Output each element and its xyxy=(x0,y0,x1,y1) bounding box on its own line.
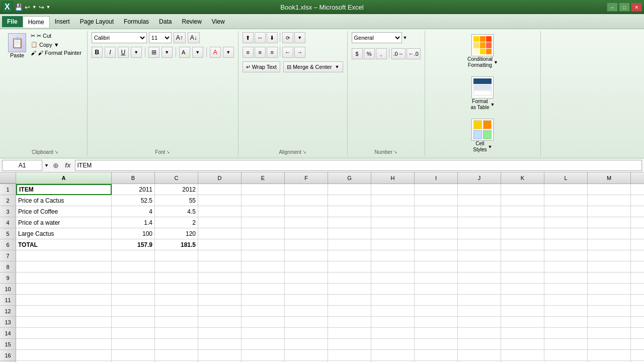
cell-n10[interactable] xyxy=(631,284,644,295)
increase-decimal-button[interactable]: .0→ xyxy=(391,48,406,59)
col-header-l[interactable]: L xyxy=(544,172,588,184)
cell-i5[interactable] xyxy=(415,228,458,239)
cell-m8[interactable] xyxy=(588,261,631,273)
cell-ref-dropdown[interactable]: ▼ xyxy=(44,163,49,168)
cell-k14[interactable] xyxy=(501,328,544,339)
cell-i9[interactable] xyxy=(415,273,458,284)
cell-b4[interactable]: 1.4 xyxy=(112,217,155,228)
cell-a16[interactable] xyxy=(16,350,112,361)
cell-styles-button[interactable]: CellStyles ▼ xyxy=(465,117,500,155)
cell-c15[interactable] xyxy=(155,339,198,350)
number-format-dropdown[interactable]: ▼ xyxy=(403,35,408,40)
cs-dropdown[interactable]: ▼ xyxy=(488,144,493,149)
cell-m14[interactable] xyxy=(588,328,631,339)
cell-a8[interactable] xyxy=(16,261,112,273)
cell-i4[interactable] xyxy=(415,217,458,228)
col-header-c[interactable]: C xyxy=(155,172,198,184)
cell-j11[interactable] xyxy=(458,295,501,306)
cell-i13[interactable] xyxy=(415,317,458,328)
cell-a1[interactable]: ITEM xyxy=(16,184,112,195)
cell-e11[interactable] xyxy=(242,295,285,306)
cell-b14[interactable] xyxy=(112,328,155,339)
cell-d7[interactable] xyxy=(198,250,242,261)
cell-i16[interactable] xyxy=(415,350,458,361)
cell-m16[interactable] xyxy=(588,350,631,361)
cell-i10[interactable] xyxy=(415,284,458,295)
col-header-b[interactable]: B xyxy=(112,172,155,184)
cell-c5[interactable]: 120 xyxy=(155,228,198,239)
cell-j15[interactable] xyxy=(458,339,501,350)
cell-m12[interactable] xyxy=(588,306,631,317)
cell-g13[interactable] xyxy=(328,317,371,328)
cell-j8[interactable] xyxy=(458,261,501,273)
cell-m13[interactable] xyxy=(588,317,631,328)
cell-n6[interactable] xyxy=(631,239,644,250)
cell-k12[interactable] xyxy=(501,306,544,317)
merge-center-button[interactable]: ⊟ Merge & Center ▼ xyxy=(283,61,343,72)
cell-f13[interactable] xyxy=(285,317,328,328)
cell-n7[interactable] xyxy=(631,250,644,261)
cell-l10[interactable] xyxy=(544,284,588,295)
cell-h3[interactable] xyxy=(371,206,415,217)
cell-j6[interactable] xyxy=(458,239,501,250)
cell-b7[interactable] xyxy=(112,250,155,261)
cell-l8[interactable] xyxy=(544,261,588,273)
orient-button[interactable]: ⟳ xyxy=(282,32,293,43)
cell-a10[interactable] xyxy=(16,284,112,295)
font-color-dropdown[interactable]: ▼ xyxy=(223,47,234,58)
cell-g6[interactable] xyxy=(328,239,371,250)
row-num-4[interactable]: 4 xyxy=(0,217,16,228)
cell-k8[interactable] xyxy=(501,261,544,273)
italic-button[interactable]: I xyxy=(105,47,116,58)
cell-e5[interactable] xyxy=(242,228,285,239)
row-num-13[interactable]: 13 xyxy=(0,317,16,328)
cell-c12[interactable] xyxy=(155,306,198,317)
clipboard-expand-icon[interactable]: ↘ xyxy=(54,149,58,154)
cell-m5[interactable] xyxy=(588,228,631,239)
cell-n4[interactable] xyxy=(631,217,644,228)
align-top-button[interactable]: ⬆ xyxy=(243,32,254,43)
row-num-7[interactable]: 7 xyxy=(0,250,16,261)
cell-i7[interactable] xyxy=(415,250,458,261)
cell-e7[interactable] xyxy=(242,250,285,261)
bold-button[interactable]: B xyxy=(92,47,103,58)
cell-m10[interactable] xyxy=(588,284,631,295)
cell-f11[interactable] xyxy=(285,295,328,306)
cell-a9[interactable] xyxy=(16,273,112,284)
cell-f6[interactable] xyxy=(285,239,328,250)
cell-h10[interactable] xyxy=(371,284,415,295)
col-header-a[interactable]: A xyxy=(16,172,112,184)
number-format-select[interactable]: General xyxy=(352,32,402,43)
cell-m9[interactable] xyxy=(588,273,631,284)
cell-a11[interactable] xyxy=(16,295,112,306)
cell-f12[interactable] xyxy=(285,306,328,317)
cell-h7[interactable] xyxy=(371,250,415,261)
cell-g2[interactable] xyxy=(328,195,371,206)
cell-h2[interactable] xyxy=(371,195,415,206)
cell-g4[interactable] xyxy=(328,217,371,228)
cell-e1[interactable] xyxy=(242,184,285,195)
cell-n9[interactable] xyxy=(631,273,644,284)
cell-f10[interactable] xyxy=(285,284,328,295)
cell-b12[interactable] xyxy=(112,306,155,317)
cell-a5[interactable]: Large Cactus xyxy=(16,228,112,239)
cell-a3[interactable]: Price of Coffee xyxy=(16,206,112,217)
cell-m3[interactable] xyxy=(588,206,631,217)
cell-e3[interactable] xyxy=(242,206,285,217)
cell-l5[interactable] xyxy=(544,228,588,239)
cell-c11[interactable] xyxy=(155,295,198,306)
cell-j13[interactable] xyxy=(458,317,501,328)
cell-m11[interactable] xyxy=(588,295,631,306)
cell-c9[interactable] xyxy=(155,273,198,284)
cell-d11[interactable] xyxy=(198,295,242,306)
cell-k11[interactable] xyxy=(501,295,544,306)
maximize-button[interactable]: □ xyxy=(619,3,630,12)
menu-review[interactable]: Review xyxy=(177,16,206,27)
increase-indent-button[interactable]: → xyxy=(294,47,305,58)
cell-b3[interactable]: 4 xyxy=(112,206,155,217)
cell-l3[interactable] xyxy=(544,206,588,217)
cell-c7[interactable] xyxy=(155,250,198,261)
cell-h15[interactable] xyxy=(371,339,415,350)
cell-k1[interactable] xyxy=(501,184,544,195)
cell-c8[interactable] xyxy=(155,261,198,273)
